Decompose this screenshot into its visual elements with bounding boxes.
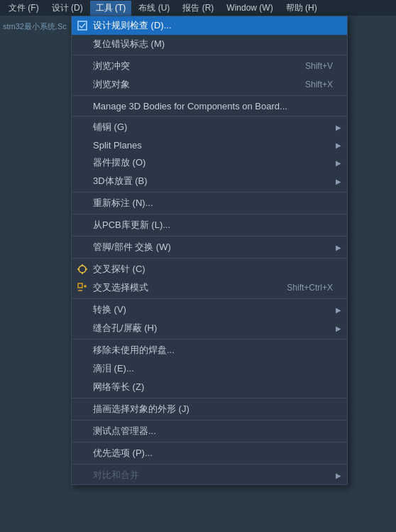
relabel-label: 重新标注 (N)... bbox=[93, 197, 333, 210]
update-pcb-label: 从PCB库更新 (L)... bbox=[93, 219, 333, 232]
design-rules-label: 设计规则检查 (D)... bbox=[93, 19, 333, 32]
browse-objects-label: 浏览对象 bbox=[93, 78, 291, 91]
separator-6 bbox=[72, 236, 347, 237]
top-menu-bar: 文件 (F) 设计 (D) 工具 (T) 布线 (U) 报告 (R) Windo… bbox=[0, 0, 396, 16]
separator-8 bbox=[72, 298, 347, 299]
stitch-arrow-icon: ▶ bbox=[336, 325, 341, 332]
separator-12 bbox=[72, 442, 347, 443]
menu-item-3d-placement[interactable]: 3D体放置 (B) ▶ bbox=[72, 172, 347, 190]
cross-select-shortcut: Shift+Ctrl+X bbox=[273, 283, 333, 293]
menu-item-browse-conflicts[interactable]: 浏览冲突 Shift+V bbox=[72, 57, 347, 75]
menu-route[interactable]: 布线 (U) bbox=[133, 1, 175, 16]
menu-item-relabel[interactable]: 重新标注 (N)... bbox=[72, 194, 347, 212]
svg-point-1 bbox=[79, 266, 86, 273]
teardrop-label: 滴泪 (E)... bbox=[93, 362, 333, 375]
separator-7 bbox=[72, 258, 347, 259]
svg-rect-6 bbox=[78, 283, 82, 288]
3d-placement-arrow-icon: ▶ bbox=[336, 178, 341, 185]
test-point-label: 测试点管理器... bbox=[93, 425, 333, 438]
component-placement-label: 器件摆放 (O) bbox=[93, 156, 333, 169]
menu-item-browse-objects[interactable]: 浏览对象 Shift+X bbox=[72, 75, 347, 94]
reset-error-label: 复位错误标志 (M) bbox=[93, 38, 333, 50]
menu-item-pin-swap[interactable]: 管脚/部件 交换 (W) ▶ bbox=[72, 238, 347, 256]
3d-placement-label: 3D体放置 (B) bbox=[93, 175, 333, 188]
split-planes-label: Split Planes bbox=[93, 140, 333, 151]
menu-item-copper[interactable]: 铺铜 (G) ▶ bbox=[72, 118, 347, 136]
net-length-label: 网络等长 (Z) bbox=[93, 381, 333, 393]
menu-design[interactable]: 设计 (D) bbox=[46, 1, 89, 16]
menu-item-update-pcb[interactable]: 从PCB库更新 (L)... bbox=[72, 216, 347, 234]
pin-swap-arrow-icon: ▶ bbox=[336, 244, 341, 251]
separator-4 bbox=[72, 192, 347, 192]
convert-arrow-icon: ▶ bbox=[336, 306, 341, 314]
cross-select-label: 交叉选择模式 bbox=[93, 281, 273, 294]
design-rules-icon bbox=[75, 20, 90, 31]
menu-item-outline[interactable]: 描画选择对象的外形 (J) bbox=[72, 400, 347, 418]
menu-item-split-planes[interactable]: Split Planes ▶ bbox=[72, 136, 347, 153]
cross-probe-label: 交叉探针 (C) bbox=[93, 263, 333, 276]
separator-9 bbox=[72, 339, 347, 340]
menu-item-teardrop[interactable]: 滴泪 (E)... bbox=[72, 359, 347, 378]
menu-item-preferences[interactable]: 优先选项 (P)... bbox=[72, 444, 347, 462]
menu-help[interactable]: 帮助 (H) bbox=[280, 1, 323, 16]
menu-report[interactable]: 报告 (R) bbox=[177, 1, 219, 16]
background-label: stm32最小系统.Sc bbox=[3, 21, 67, 32]
browse-conflicts-shortcut: Shift+V bbox=[291, 61, 333, 71]
menu-item-compare-merge: 对比和合并 ▶ bbox=[72, 466, 347, 484]
menu-file[interactable]: 文件 (F) bbox=[3, 1, 45, 16]
menu-item-remove-pads[interactable]: 移除未使用的焊盘... bbox=[72, 341, 347, 359]
cross-probe-icon bbox=[75, 264, 90, 275]
menu-item-cross-select[interactable]: 交叉选择模式 Shift+Ctrl+X bbox=[72, 278, 347, 297]
separator-5 bbox=[72, 214, 347, 215]
separator-13 bbox=[72, 464, 347, 465]
compare-merge-arrow-icon: ▶ bbox=[336, 472, 341, 479]
cross-select-icon bbox=[75, 282, 90, 293]
separator-2 bbox=[72, 95, 347, 96]
menu-item-test-point[interactable]: 测试点管理器... bbox=[72, 422, 347, 440]
svg-rect-0 bbox=[78, 21, 87, 30]
component-placement-arrow-icon: ▶ bbox=[336, 159, 341, 167]
separator-11 bbox=[72, 420, 347, 420]
menu-item-stitch[interactable]: 缝合孔/屏蔽 (H) ▶ bbox=[72, 319, 347, 337]
menu-item-convert[interactable]: 转换 (V) ▶ bbox=[72, 300, 347, 319]
compare-merge-label: 对比和合并 bbox=[93, 469, 333, 482]
menu-item-net-length[interactable]: 网络等长 (Z) bbox=[72, 378, 347, 396]
separator-1 bbox=[72, 55, 347, 55]
browse-objects-shortcut: Shift+X bbox=[291, 80, 333, 89]
copper-arrow-icon: ▶ bbox=[336, 124, 341, 131]
pin-swap-label: 管脚/部件 交换 (W) bbox=[93, 241, 333, 254]
menu-window[interactable]: Window (W) bbox=[221, 1, 278, 14]
manage-3d-label: Manage 3D Bodies for Components on Board… bbox=[93, 101, 333, 112]
menu-item-cross-probe[interactable]: 交叉探针 (C) bbox=[72, 260, 347, 278]
menu-item-component-placement[interactable]: 器件摆放 (O) ▶ bbox=[72, 153, 347, 172]
convert-label: 转换 (V) bbox=[93, 303, 333, 316]
menu-tools[interactable]: 工具 (T) bbox=[90, 1, 132, 16]
copper-label: 铺铜 (G) bbox=[93, 121, 333, 134]
preferences-label: 优先选项 (P)... bbox=[93, 447, 333, 460]
menu-item-design-rules[interactable]: 设计规则检查 (D)... bbox=[72, 16, 347, 35]
stitch-label: 缝合孔/屏蔽 (H) bbox=[93, 322, 333, 335]
remove-pads-label: 移除未使用的焊盘... bbox=[93, 344, 333, 357]
menu-item-manage-3d[interactable]: Manage 3D Bodies for Components on Board… bbox=[72, 97, 347, 114]
menu-item-reset-error[interactable]: 复位错误标志 (M) bbox=[72, 35, 347, 53]
outline-label: 描画选择对象的外形 (J) bbox=[93, 403, 333, 416]
browse-conflicts-label: 浏览冲突 bbox=[93, 60, 291, 72]
tools-dropdown-menu: 设计规则检查 (D)... 复位错误标志 (M) 浏览冲突 Shift+V 浏览… bbox=[71, 16, 348, 485]
split-planes-arrow-icon: ▶ bbox=[336, 141, 341, 149]
separator-10 bbox=[72, 398, 347, 398]
separator-3 bbox=[72, 116, 347, 116]
